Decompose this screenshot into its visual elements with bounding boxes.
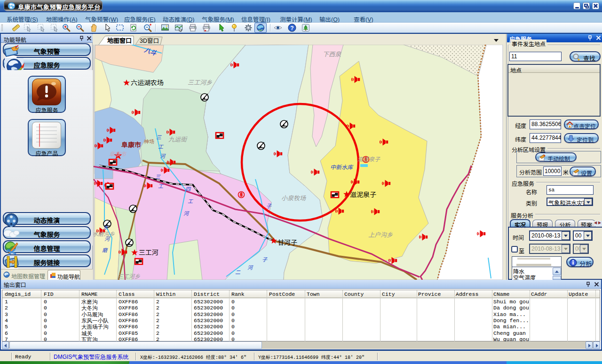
svg-text:神场: 神场 [144, 139, 154, 144]
svg-text:三: 三 [155, 174, 161, 180]
svg-text:3D窗口: 3D窗口 [140, 38, 159, 44]
svg-text:小泉牧场: 小泉牧场 [281, 195, 306, 202]
svg-text:工: 工 [158, 183, 164, 189]
svg-text:二: 二 [235, 269, 241, 275]
svg-text:水: 水 [103, 225, 109, 230]
svg-text:?: ? [290, 25, 293, 32]
svg-text:地图窗口: 地图窗口 [107, 37, 132, 44]
svg-text:阜康市: 阜康市 [121, 141, 141, 149]
svg-text:三: 三 [156, 135, 162, 140]
svg-text:甘河子: 甘河子 [277, 239, 297, 246]
svg-text:阜康市: 阜康市 [109, 151, 127, 158]
svg-text:上户沟乡: 上户沟乡 [368, 231, 393, 238]
svg-text:三工河乡: 三工河乡 [118, 273, 140, 280]
svg-text:三工河: 三工河 [139, 249, 158, 256]
svg-text:子: 子 [266, 203, 272, 209]
svg-text:中新水库: 中新水库 [330, 164, 354, 171]
svg-text:下西泉: 下西泉 [323, 51, 341, 58]
svg-text:滋泥泉子: 滋泥泉子 [357, 156, 380, 163]
svg-text:工: 工 [158, 144, 164, 150]
svg-text:三工河乡: 三工河乡 [188, 79, 212, 86]
svg-text:九运街: 九运街 [168, 136, 188, 143]
svg-text:子: 子 [262, 257, 268, 262]
svg-text:工: 工 [188, 198, 193, 204]
svg-text:六运湖农场: 六运湖农场 [131, 79, 164, 87]
svg-text:滋泥泉子: 滋泥泉子 [350, 191, 376, 198]
